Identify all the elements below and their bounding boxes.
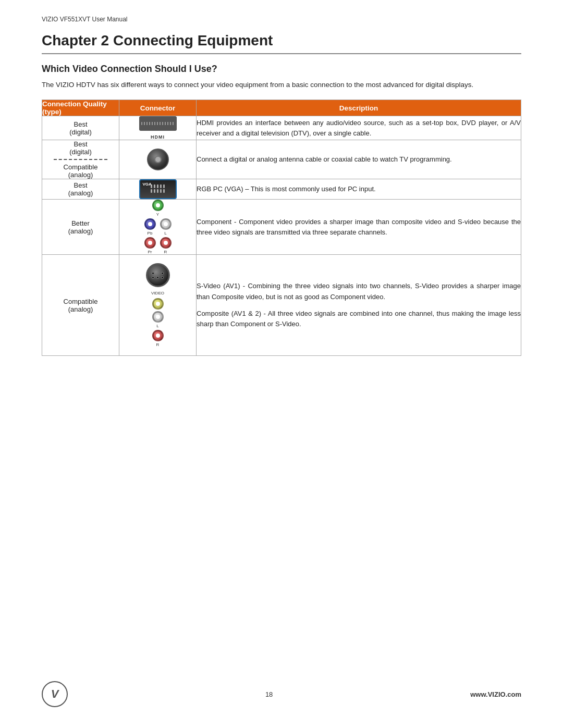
rca-y-body bbox=[152, 200, 164, 211]
svideo-pins bbox=[152, 272, 164, 279]
dashed-divider bbox=[54, 159, 107, 160]
vga-pin bbox=[157, 184, 158, 188]
vga-pin bbox=[163, 189, 165, 193]
quality-type-1: (digital) bbox=[69, 128, 92, 136]
chapter-title: Chapter 2 Connecting Equipment bbox=[42, 32, 521, 54]
component-bottom-row: Pr R bbox=[144, 237, 172, 254]
svideo-pin bbox=[152, 272, 154, 275]
rca-video-connector bbox=[152, 298, 164, 310]
quality-compatible: Compatible bbox=[64, 163, 98, 171]
rca-r-connector: R bbox=[160, 237, 172, 254]
rca-pb-label: Pb bbox=[148, 231, 153, 236]
rca-r-label: R bbox=[164, 250, 167, 254]
rca-pr-label: Pr bbox=[148, 250, 152, 254]
coaxial-shape bbox=[147, 149, 169, 170]
description-cell-4: Component - Component video provides a s… bbox=[197, 200, 521, 255]
rca-r5-connector: R bbox=[152, 330, 164, 347]
quality-cell: Best (digital) bbox=[42, 116, 119, 140]
table-row: Best (digital) Compatible (analog) Conne… bbox=[42, 140, 521, 179]
svideo-pin bbox=[161, 276, 164, 279]
vga-pin bbox=[160, 189, 162, 193]
connector-cell-svideo: VIDEO L bbox=[119, 255, 197, 356]
header-label: VIZIO VF551XVT User Manual bbox=[42, 16, 521, 23]
svideo-composite-group: VIDEO L bbox=[124, 263, 192, 347]
connection-table: Connection Quality (type) Connector Desc… bbox=[42, 100, 521, 356]
vga-pin bbox=[154, 189, 155, 193]
quality-cell-3: Best (analog) bbox=[42, 179, 119, 200]
rca-l-connector: L bbox=[160, 218, 172, 236]
page-number: 18 bbox=[265, 690, 273, 698]
hdmi-shape bbox=[139, 116, 177, 131]
quality-cell-5: Compatible (analog) bbox=[42, 255, 119, 356]
vga-pin bbox=[154, 184, 155, 188]
hdmi-label: HDMI bbox=[151, 134, 165, 140]
svideo-pin bbox=[156, 276, 159, 279]
rca-video-body bbox=[152, 298, 164, 310]
rca-video-center bbox=[156, 302, 160, 306]
composite-description: Composite (AV1 & 2) - All three video si… bbox=[197, 309, 521, 329]
rca-l-body bbox=[160, 218, 172, 230]
section-title: Which Video Connection Should I Use? bbox=[42, 64, 521, 75]
vga-label: VGA bbox=[143, 182, 152, 187]
quality-best-digital-1: Best bbox=[74, 120, 87, 128]
rca-pb-center bbox=[148, 222, 152, 226]
rca-pb-connector: Pb bbox=[144, 218, 156, 236]
quality-type-2a: (digital) bbox=[69, 148, 92, 156]
quality-cell-4: Better (analog) bbox=[42, 200, 119, 255]
video-label: VIDEO bbox=[151, 291, 164, 295]
rca-r-center bbox=[164, 241, 168, 245]
quality-type-5: (analog) bbox=[68, 305, 93, 313]
th-description: Description bbox=[197, 100, 521, 116]
rca-l-center bbox=[164, 222, 168, 226]
vga-pin bbox=[160, 184, 162, 188]
table-row: Better (analog) Y bbox=[42, 200, 521, 255]
th-connector: Connector bbox=[119, 100, 197, 116]
rca-l-label: L bbox=[164, 231, 166, 236]
vga-connector-icon: VGA bbox=[119, 179, 196, 199]
rca-y-connector: Y bbox=[152, 200, 164, 217]
quality-analog-2b: (analog) bbox=[68, 171, 93, 179]
rca-y-label: Y bbox=[156, 212, 159, 217]
quality-type-4: (analog) bbox=[68, 227, 93, 235]
rca-pb-body bbox=[144, 218, 156, 230]
quality-best-analog: Best bbox=[74, 181, 87, 189]
rca-r5-center bbox=[156, 334, 160, 338]
footer: V 18 www.VIZIO.com bbox=[42, 681, 521, 707]
coaxial-connector-icon bbox=[119, 149, 196, 170]
rca-r-body bbox=[160, 237, 172, 249]
quality-cell-2: Best (digital) Compatible (analog) bbox=[42, 140, 119, 179]
vga-pin bbox=[151, 189, 152, 193]
rca-r5-body bbox=[152, 330, 164, 341]
rca-y-center bbox=[156, 203, 160, 207]
connector-cell-hdmi: HDMI bbox=[119, 116, 197, 140]
connector-cell-component: Y Pb bbox=[119, 200, 197, 255]
quality-best-digital-2a: Best bbox=[74, 140, 87, 148]
svideo-pin-empty bbox=[156, 272, 159, 275]
rca-l5-connector: L bbox=[152, 311, 164, 328]
connector-cell-vga: VGA bbox=[119, 179, 197, 200]
rca-l5-body bbox=[152, 311, 164, 323]
svideo-description: S-Video (AV1) - Combining the three vide… bbox=[197, 281, 521, 302]
table-row: Compatible (analog) bbox=[42, 255, 521, 356]
component-connector-group: Y Pb bbox=[119, 200, 196, 254]
rca-l5-center bbox=[156, 315, 160, 319]
vga-pins-row2 bbox=[151, 189, 165, 193]
quality-better: Better bbox=[71, 219, 90, 227]
th-connection: Connection Quality (type) bbox=[42, 100, 119, 116]
footer-url: www.VIZIO.com bbox=[470, 690, 521, 698]
component-middle-row: Pb L bbox=[144, 218, 172, 236]
rca-pr-center bbox=[148, 241, 152, 245]
table-row: Best (analog) VGA bbox=[42, 179, 521, 200]
vga-pin bbox=[157, 189, 158, 193]
description-cell-3: RGB PC (VGA) – This is most commonly use… bbox=[197, 179, 521, 200]
table-row: Best (digital) HDMI HDMI provides an int… bbox=[42, 116, 521, 140]
rca-pr-connector: Pr bbox=[144, 237, 156, 254]
vizio-logo: V bbox=[42, 681, 68, 707]
vga-pin bbox=[163, 184, 165, 188]
hdmi-connector-icon: HDMI bbox=[119, 116, 196, 140]
svideo-pin bbox=[152, 276, 154, 279]
quality-type-3: (analog) bbox=[68, 189, 93, 197]
intro-text: The VIZIO HDTV has six different ways to… bbox=[42, 80, 521, 90]
coaxial-inner bbox=[154, 156, 162, 163]
rca-r5-label: R bbox=[156, 342, 160, 347]
